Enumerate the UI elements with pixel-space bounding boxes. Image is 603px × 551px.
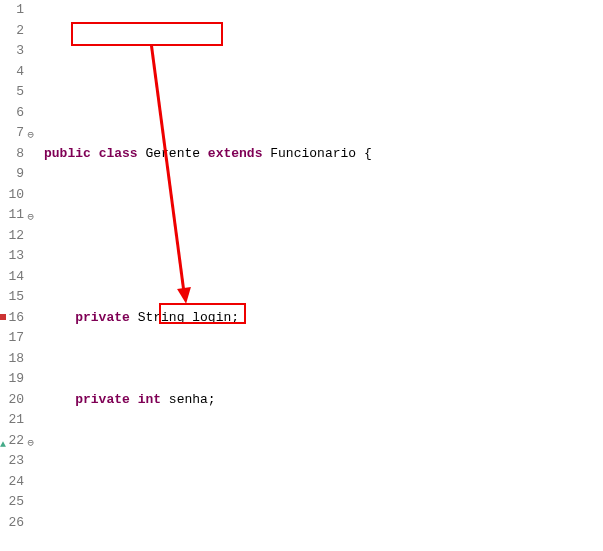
error-icon <box>0 314 6 320</box>
line-number: 3 <box>2 41 24 62</box>
line-number: 13 <box>2 246 24 267</box>
keyword: class <box>99 146 138 161</box>
line-number: 19 <box>2 369 24 390</box>
line-number: 14 <box>2 267 24 288</box>
line-number: 25 <box>2 492 24 513</box>
class-name: Gerente <box>138 146 208 161</box>
line-number: 26 <box>2 513 24 534</box>
line-number: 1 <box>2 0 24 21</box>
base-class: Funcionario { <box>262 146 371 161</box>
field-decl: senha; <box>161 392 216 407</box>
keyword: private <box>75 392 130 407</box>
line-number: 2 <box>2 21 24 42</box>
code-line <box>44 62 603 83</box>
line-number: 23 <box>2 451 24 472</box>
code-area[interactable]: public class Gerente extends Funcionario… <box>30 0 603 551</box>
code-line: private int senha; <box>44 390 603 411</box>
line-number: 7⊖ <box>2 123 24 144</box>
line-number: 9 <box>2 164 24 185</box>
line-number: 17 <box>2 328 24 349</box>
code-line <box>44 472 603 493</box>
code-line <box>44 226 603 247</box>
line-number: 10 <box>2 185 24 206</box>
line-number: 21 <box>2 410 24 431</box>
line-number: 11⊖ <box>2 205 24 226</box>
keyword: int <box>138 392 161 407</box>
line-number: 8 <box>2 144 24 165</box>
line-number: 15 <box>2 287 24 308</box>
code-line: private String login; <box>44 308 603 329</box>
line-number: 24 <box>2 472 24 493</box>
line-number: 5 <box>2 82 24 103</box>
keyword: private <box>75 310 130 325</box>
line-number: 4 <box>2 62 24 83</box>
line-number: 18 <box>2 349 24 370</box>
line-number: 16 <box>2 308 24 329</box>
line-number: 22⊖▲ <box>2 431 24 452</box>
code-editor: 1234567⊖891011⊖1213141516171819202122⊖▲2… <box>0 0 603 551</box>
code-line: public class Gerente extends Funcionario… <box>44 144 603 165</box>
line-number: 12 <box>2 226 24 247</box>
keyword: extends <box>208 146 263 161</box>
keyword: public <box>44 146 91 161</box>
field-decl: login; <box>184 310 239 325</box>
type: String <box>138 310 185 325</box>
line-gutter: 1234567⊖891011⊖1213141516171819202122⊖▲2… <box>0 0 30 551</box>
line-number: 20 <box>2 390 24 411</box>
line-number: 6 <box>2 103 24 124</box>
